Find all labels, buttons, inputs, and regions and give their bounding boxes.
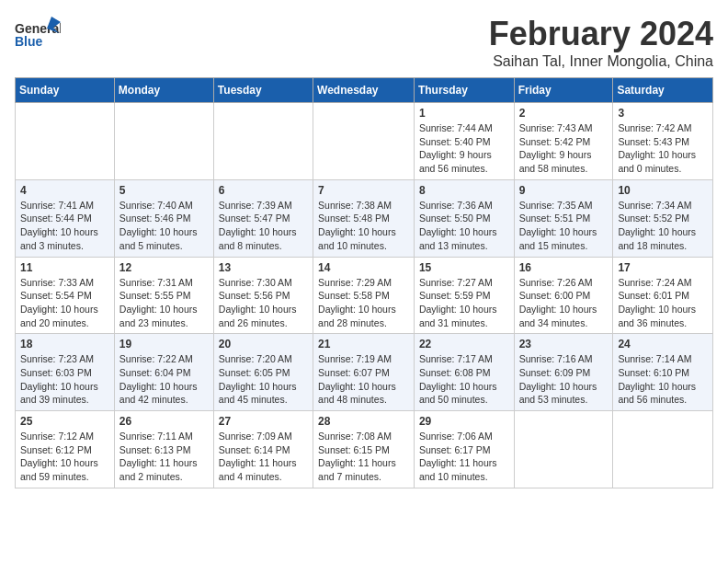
- logo: General Blue: [15, 15, 61, 60]
- day-number: 28: [318, 415, 409, 428]
- logo-icon: General Blue: [15, 15, 61, 60]
- calendar-cell: [514, 411, 613, 488]
- cell-text: Daylight: 10 hours and 59 minutes.: [20, 456, 109, 483]
- calendar-cell: 17Sunrise: 7:24 AMSunset: 6:01 PMDayligh…: [613, 257, 713, 334]
- cell-text: Sunset: 6:08 PM: [419, 366, 509, 380]
- day-header-thursday: Thursday: [414, 78, 514, 103]
- cell-text: Daylight: 10 hours and 28 minutes.: [318, 303, 409, 329]
- calendar-cell: 28Sunrise: 7:08 AMSunset: 6:15 PMDayligh…: [313, 411, 415, 488]
- cell-text: Sunrise: 7:12 AM: [20, 430, 109, 443]
- cell-text: Sunset: 5:50 PM: [419, 212, 509, 225]
- cell-text: Daylight: 10 hours and 26 minutes.: [219, 303, 308, 329]
- cell-text: Sunset: 5:42 PM: [519, 135, 609, 149]
- month-title: February 2024: [489, 15, 713, 53]
- cell-text: Daylight: 10 hours and 42 minutes.: [119, 380, 209, 407]
- cell-text: Sunrise: 7:06 AM: [419, 430, 509, 443]
- cell-text: Daylight: 10 hours and 31 minutes.: [419, 303, 509, 329]
- day-number: 1: [419, 107, 509, 120]
- day-header-friday: Friday: [514, 78, 613, 103]
- calendar-table: SundayMondayTuesdayWednesdayThursdayFrid…: [15, 77, 713, 488]
- cell-text: Daylight: 9 hours and 56 minutes.: [419, 148, 509, 175]
- cell-text: Sunset: 5:40 PM: [419, 135, 509, 149]
- cell-text: Sunrise: 7:26 AM: [519, 276, 609, 290]
- cell-text: Sunrise: 7:41 AM: [20, 199, 109, 213]
- cell-text: Sunrise: 7:19 AM: [318, 352, 409, 366]
- calendar-cell: 13Sunrise: 7:30 AMSunset: 5:56 PMDayligh…: [213, 257, 313, 334]
- day-number: 12: [119, 261, 209, 274]
- cell-text: Daylight: 10 hours and 56 minutes.: [618, 380, 708, 407]
- cell-text: Daylight: 10 hours and 39 minutes.: [20, 380, 109, 407]
- day-number: 10: [618, 184, 708, 197]
- cell-text: Sunrise: 7:08 AM: [318, 430, 409, 443]
- cell-text: Daylight: 10 hours and 23 minutes.: [119, 303, 209, 329]
- calendar-body: 1Sunrise: 7:44 AMSunset: 5:40 PMDaylight…: [16, 103, 713, 488]
- cell-text: Daylight: 10 hours and 3 minutes.: [20, 225, 109, 252]
- calendar-cell: 23Sunrise: 7:16 AMSunset: 6:09 PMDayligh…: [514, 334, 613, 411]
- cell-text: Sunrise: 7:31 AM: [119, 276, 209, 290]
- cell-text: Daylight: 10 hours and 5 minutes.: [119, 225, 209, 252]
- cell-text: Sunrise: 7:17 AM: [419, 352, 509, 366]
- cell-text: Daylight: 10 hours and 34 minutes.: [519, 303, 609, 329]
- cell-text: Sunrise: 7:39 AM: [219, 199, 308, 213]
- day-number: 13: [219, 261, 308, 274]
- day-number: 20: [219, 338, 308, 350]
- week-row-3: 11Sunrise: 7:33 AMSunset: 5:54 PMDayligh…: [16, 257, 713, 334]
- calendar-cell: 8Sunrise: 7:36 AMSunset: 5:50 PMDaylight…: [414, 179, 514, 257]
- cell-text: Daylight: 10 hours and 15 minutes.: [519, 225, 609, 252]
- day-header-monday: Monday: [114, 78, 213, 103]
- calendar-cell: 22Sunrise: 7:17 AMSunset: 6:08 PMDayligh…: [414, 334, 514, 411]
- cell-text: Sunrise: 7:35 AM: [519, 199, 609, 213]
- day-number: 9: [519, 184, 609, 197]
- cell-text: Sunset: 5:46 PM: [119, 212, 209, 225]
- day-number: 8: [419, 184, 509, 197]
- calendar-cell: 18Sunrise: 7:23 AMSunset: 6:03 PMDayligh…: [16, 334, 115, 411]
- cell-text: Sunrise: 7:40 AM: [119, 199, 209, 213]
- cell-text: Sunset: 5:54 PM: [20, 289, 109, 303]
- day-number: 11: [20, 261, 109, 274]
- calendar-cell: [613, 411, 713, 488]
- cell-text: Sunset: 5:58 PM: [318, 289, 409, 303]
- cell-text: Sunset: 6:07 PM: [318, 366, 409, 380]
- cell-text: Daylight: 10 hours and 8 minutes.: [219, 225, 308, 252]
- cell-text: Sunrise: 7:20 AM: [219, 352, 308, 366]
- calendar-cell: 24Sunrise: 7:14 AMSunset: 6:10 PMDayligh…: [613, 334, 713, 411]
- calendar-cell: 29Sunrise: 7:06 AMSunset: 6:17 PMDayligh…: [414, 411, 514, 488]
- cell-text: Sunset: 6:15 PM: [318, 443, 409, 457]
- cell-text: Sunrise: 7:29 AM: [318, 276, 409, 290]
- week-row-5: 25Sunrise: 7:12 AMSunset: 6:12 PMDayligh…: [16, 411, 713, 488]
- calendar-cell: 16Sunrise: 7:26 AMSunset: 6:00 PMDayligh…: [514, 257, 613, 334]
- day-number: 24: [618, 338, 708, 350]
- cell-text: Sunset: 6:01 PM: [618, 289, 708, 303]
- calendar-cell: [16, 103, 115, 180]
- cell-text: Sunset: 5:44 PM: [20, 212, 109, 225]
- cell-text: Sunrise: 7:14 AM: [618, 352, 708, 366]
- day-number: 18: [20, 338, 109, 350]
- day-header-saturday: Saturday: [613, 78, 713, 103]
- week-row-2: 4Sunrise: 7:41 AMSunset: 5:44 PMDaylight…: [16, 179, 713, 257]
- cell-text: Daylight: 10 hours and 50 minutes.: [419, 380, 509, 407]
- cell-text: Sunset: 6:05 PM: [219, 366, 308, 380]
- cell-text: Sunset: 6:17 PM: [419, 443, 509, 457]
- cell-text: Sunrise: 7:44 AM: [419, 121, 509, 135]
- calendar-cell: 15Sunrise: 7:27 AMSunset: 5:59 PMDayligh…: [414, 257, 514, 334]
- cell-text: Sunrise: 7:38 AM: [318, 199, 409, 213]
- calendar-cell: 11Sunrise: 7:33 AMSunset: 5:54 PMDayligh…: [16, 257, 115, 334]
- week-row-1: 1Sunrise: 7:44 AMSunset: 5:40 PMDaylight…: [16, 103, 713, 180]
- cell-text: Sunrise: 7:24 AM: [618, 276, 708, 290]
- cell-text: Sunrise: 7:34 AM: [618, 199, 708, 213]
- day-number: 15: [419, 261, 509, 274]
- cell-text: Daylight: 10 hours and 10 minutes.: [318, 225, 409, 252]
- calendar-cell: 7Sunrise: 7:38 AMSunset: 5:48 PMDaylight…: [313, 179, 415, 257]
- cell-text: Sunrise: 7:22 AM: [119, 352, 209, 366]
- cell-text: Daylight: 10 hours and 18 minutes.: [618, 225, 708, 252]
- day-number: 17: [618, 261, 708, 274]
- cell-text: Sunrise: 7:42 AM: [618, 121, 708, 135]
- calendar-cell: 6Sunrise: 7:39 AMSunset: 5:47 PMDaylight…: [213, 179, 313, 257]
- calendar-cell: 14Sunrise: 7:29 AMSunset: 5:58 PMDayligh…: [313, 257, 415, 334]
- calendar-cell: 27Sunrise: 7:09 AMSunset: 6:14 PMDayligh…: [213, 411, 313, 488]
- title-area: February 2024 Saihan Tal, Inner Mongolia…: [489, 15, 713, 70]
- day-number: 29: [419, 415, 509, 428]
- cell-text: Sunset: 6:13 PM: [119, 443, 209, 457]
- day-number: 14: [318, 261, 409, 274]
- calendar-cell: 4Sunrise: 7:41 AMSunset: 5:44 PMDaylight…: [16, 179, 115, 257]
